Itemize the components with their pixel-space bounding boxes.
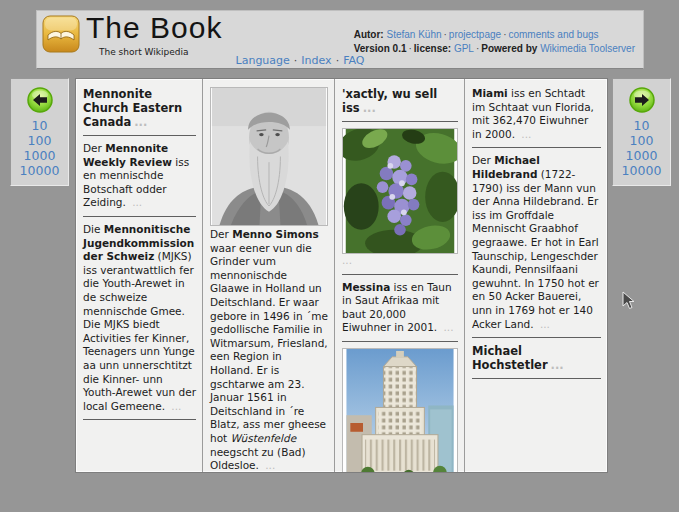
arrow-right-icon <box>628 86 656 114</box>
article-board: Mennonite Church Eastern Canada... Der M… <box>75 78 608 473</box>
separator: · <box>476 43 479 54</box>
separator: · <box>336 54 340 67</box>
divider <box>472 147 601 148</box>
heading-text: Mennonite Church Eastern Canada <box>83 87 182 129</box>
nav-language-link[interactable]: Language <box>236 54 290 67</box>
mouse-pointer-icon <box>622 291 635 311</box>
more-link[interactable]: ... <box>521 128 531 140</box>
comments-and-bugs-link[interactable]: comments and bugs <box>508 29 598 40</box>
article-paragraph: Der Michael Hildebrand (1722-1790) iss d… <box>472 154 601 331</box>
book-logo-icon <box>42 15 80 53</box>
header: The Book The short Wikipedia Autor: Stef… <box>36 10 644 69</box>
nav-index-link[interactable]: Index <box>301 54 331 67</box>
header-info-line1: Autor: Stefan Kühn·projectpage·comments … <box>354 28 635 42</box>
page-title: The Book <box>86 11 222 45</box>
divider <box>342 341 458 342</box>
powered-by-label: Powered by <box>481 43 537 54</box>
nav-faq-link[interactable]: FAQ <box>343 54 364 67</box>
article-heading: 'xactly, wu sell iss... <box>342 87 458 115</box>
divider <box>342 274 458 275</box>
menno-simons-portrait-image <box>210 87 328 226</box>
separator: · <box>294 54 298 67</box>
more-link[interactable]: ... <box>342 254 352 266</box>
column-3: 'xactly, wu sell iss... <box>335 79 465 472</box>
pager-right-10-link[interactable]: 10 <box>613 118 670 133</box>
version-label: Version 0.1 <box>354 43 407 54</box>
article-heading: Michael Hochstetler... <box>472 344 601 372</box>
column-4: Miami iss en Schtadt im Schtaat vun Flor… <box>465 79 607 472</box>
toolserver-link[interactable]: Wikimedia Toolserver <box>540 43 635 54</box>
divider <box>472 337 601 338</box>
more-link[interactable]: ... <box>132 196 142 208</box>
article-heading: Mennonite Church Eastern Canada... <box>83 87 196 129</box>
more-link[interactable]: ... <box>444 321 454 333</box>
divider <box>83 216 196 217</box>
author-label: Autor: <box>354 29 384 40</box>
building-photo <box>342 348 458 472</box>
pager-right-1000-link[interactable]: 1000 <box>613 148 670 163</box>
projectpage-link[interactable]: projectpage <box>449 29 501 40</box>
arrow-left-icon <box>26 86 54 114</box>
divider <box>83 419 196 420</box>
header-info: Autor: Stefan Kühn·projectpage·comments … <box>354 28 635 56</box>
more-link[interactable]: ... <box>540 318 550 330</box>
pager-right-100-link[interactable]: 100 <box>613 133 670 148</box>
gpl-link[interactable]: GPL <box>454 43 474 54</box>
flower-photo <box>342 128 458 254</box>
next-button[interactable] <box>628 86 656 114</box>
pager-left: 10 100 1000 10000 <box>10 78 69 186</box>
more-link[interactable]: ... <box>171 400 181 412</box>
author-link[interactable]: Stefan Kühn <box>386 29 441 40</box>
article-paragraph: Der Menno Simons waar eener vun die Grin… <box>210 228 328 472</box>
more-link[interactable]: ... <box>551 358 564 372</box>
divider <box>342 121 458 122</box>
pager-left-1000-link[interactable]: 1000 <box>11 148 68 163</box>
previous-button[interactable] <box>26 86 54 114</box>
article-paragraph: Messina iss en Taun in Saut Afrikaa mit … <box>342 281 458 335</box>
pager-left-10000-link[interactable]: 10000 <box>11 163 68 178</box>
column-1: Mennonite Church Eastern Canada... Der M… <box>76 79 203 472</box>
more-link[interactable]: ... <box>134 115 147 129</box>
pager-left-100-link[interactable]: 100 <box>11 133 68 148</box>
divider <box>83 135 196 136</box>
license-label: license: <box>414 43 451 54</box>
article-paragraph: Miami iss en Schtadt im Schtaat vun Flor… <box>472 87 601 141</box>
more-link[interactable]: ... <box>265 459 275 471</box>
article-paragraph: Der Mennonite Weekly Review iss en menni… <box>83 142 196 210</box>
pager-right: 10 100 1000 10000 <box>612 78 671 186</box>
divider <box>472 378 601 379</box>
more-link[interactable]: ... <box>363 101 376 115</box>
article-paragraph: Die Mennonitische Jugendkommission der S… <box>83 223 196 413</box>
separator: · <box>503 29 506 40</box>
column-2: Der Menno Simons waar eener vun die Grin… <box>203 79 335 472</box>
page: The Book The short Wikipedia Autor: Stef… <box>0 0 679 512</box>
separator: · <box>444 29 447 40</box>
separator: · <box>409 43 412 54</box>
header-nav: Language·Index·FAQ <box>37 54 563 67</box>
pager-right-10000-link[interactable]: 10000 <box>613 163 670 178</box>
pager-left-10-link[interactable]: 10 <box>11 118 68 133</box>
